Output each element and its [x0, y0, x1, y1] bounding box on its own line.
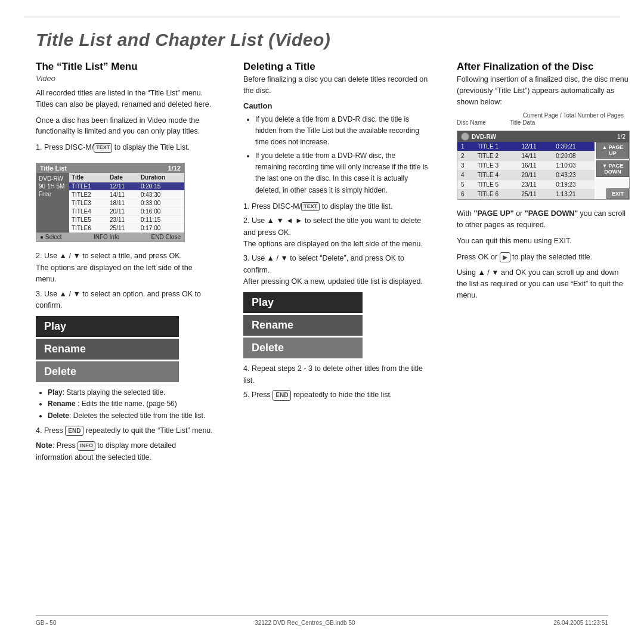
- left-step3: 3. Use ▲ / ▼ to select an option, and pr…: [36, 289, 215, 312]
- play-button-left[interactable]: Play: [36, 316, 179, 337]
- delete-button-middle[interactable]: Delete: [243, 338, 363, 358]
- title-list-header: Title List 1/12: [36, 163, 184, 173]
- top-border-line: [24, 17, 620, 17]
- right-para1: Following insertion of a finalized disc,…: [457, 74, 630, 107]
- diagram-annotations: Current Page / Total Number of Pages Dis…: [457, 112, 630, 126]
- table-row: TITLE318/110:33:00: [69, 199, 184, 208]
- table-row: TITLE625/110:17:00: [69, 224, 184, 233]
- middle-para1: Before finalizing a disc you can delete …: [243, 74, 428, 97]
- page-down-button[interactable]: ▼ PAGE DOWN: [596, 160, 629, 177]
- middle-step3: 3. Use ▲ / ▼ to select “Delete”, and pre…: [243, 253, 428, 287]
- right-para5: Using ▲ / ▼ and OK you can scroll up and…: [457, 267, 630, 301]
- annotation-title: Title Data: [510, 119, 535, 126]
- title-list-table: Title Date Duration TITLE112/110:20:15TI…: [69, 173, 184, 233]
- table-row: 4TITLE 420/110:43:23: [457, 171, 595, 180]
- bullet-rename: Rename : Edits the title name. (page 56): [48, 398, 215, 410]
- bullet-delete: Delete: Deletes the selected title from …: [48, 410, 215, 422]
- table-row: 3TITLE 316/111:10:03: [457, 161, 595, 171]
- right-para3: You can quit this menu using EXIT.: [457, 236, 630, 247]
- bottom-left-text: 32122 DVD Rec_Centros_GB.indb 50: [255, 620, 355, 626]
- play-button-middle[interactable]: Play: [243, 292, 363, 313]
- middle-step4: 4. Repeat steps 2 - 3 to delete other ti…: [243, 363, 428, 386]
- table-row: 5TITLE 523/110:19:23: [457, 180, 595, 190]
- right-para2: With "PAGE UP" or "PAGE DOWN" you can sc…: [457, 208, 630, 231]
- left-note: Note: Press INFO to display more detaile…: [36, 440, 215, 463]
- table-row: TITLE112/110:20:15: [69, 182, 184, 191]
- finalization-diagram: DVD-RW 1/2 1TITLE 112/110:30:212TITLE 21…: [457, 131, 630, 200]
- title-list-body: DVD-RW 90 1H 5M Free Title Date Dur: [36, 173, 184, 233]
- title-list-col-headers: Title Date Duration: [69, 173, 184, 182]
- middle-bullet-list: If you delete a title from a DVD-R disc,…: [249, 114, 428, 196]
- left-step4: 4. Press END repeatedly to quit the “Tit…: [36, 425, 215, 436]
- left-column: The “Title List” Menu Video All recorded…: [36, 61, 215, 615]
- fin-table-inner: 1TITLE 112/110:30:212TITLE 214/110:20:08…: [457, 142, 595, 199]
- end-badge-middle: END: [273, 390, 291, 401]
- text-badge-middle: TEXT: [301, 202, 320, 212]
- middle-step2: 2. Use ▲ ▼ ◄ ► to select the title you w…: [243, 215, 428, 250]
- end-badge-left: END: [65, 426, 83, 436]
- table-row: TITLE420/110:16:00: [69, 208, 184, 216]
- title-list-side: DVD-RW 90 1H 5M Free: [36, 173, 69, 233]
- delete-button-left[interactable]: Delete: [36, 361, 179, 382]
- caution-label: Caution: [243, 101, 428, 110]
- table-row: 6TITLE 625/111:13:21: [457, 190, 595, 199]
- page-up-button[interactable]: ▲ PAGE UP: [596, 142, 629, 159]
- table-row: 2TITLE 214/110:20:08: [457, 151, 595, 161]
- title-list-table-wrap: Title Date Duration TITLE112/110:20:15TI…: [69, 173, 184, 233]
- text-badge-1: TEXT: [94, 143, 112, 153]
- fin-disc-row: DVD-RW 1/2: [457, 131, 629, 142]
- play-icon-badge: ▶: [500, 252, 510, 262]
- left-section-heading: The “Title List” Menu: [36, 61, 215, 73]
- left-para1: All recorded titles are listed in the “T…: [36, 88, 215, 110]
- middle-column: Deleting a Title Before finalizing a dis…: [243, 61, 428, 615]
- table-row: 1TITLE 112/110:30:21: [457, 142, 595, 151]
- info-badge-left: INFO: [78, 441, 95, 451]
- fin-table: 1TITLE 112/110:30:212TITLE 214/110:20:08…: [457, 142, 595, 199]
- title-list-diagram-wrapper: Title List 1/12 DVD-RW 90 1H 5M Free: [36, 158, 215, 247]
- annotation-row: Disc Name Title Data: [457, 119, 630, 126]
- fin-table-row: 1TITLE 112/110:30:212TITLE 214/110:20:08…: [457, 142, 629, 199]
- title-list-diagram: Title List 1/12 DVD-RW 90 1H 5M Free: [36, 163, 185, 242]
- left-section-subtitle: Video: [36, 74, 215, 83]
- annotation-disc: Disc Name: [457, 119, 486, 126]
- fin-side-buttons: ▲ PAGE UP ▼ PAGE DOWN EXIT: [596, 142, 629, 199]
- table-row: TITLE214/110:43:30: [69, 191, 184, 199]
- title-list-footer: ● Select INFO Info END Close: [36, 233, 184, 242]
- rename-button-middle[interactable]: Rename: [243, 315, 363, 336]
- right-column: After Finalization of the Disc Following…: [457, 61, 630, 615]
- middle-step5: 5. Press END repeatedly to hide the titl…: [243, 389, 428, 401]
- page-title: Title List and Chapter List (Video): [36, 30, 608, 50]
- bottom-bar: GB - 50 32122 DVD Rec_Centros_GB.indb 50…: [36, 615, 608, 626]
- annotation-page: Current Page / Total Number of Pages: [457, 112, 630, 119]
- page-number: GB - 50: [36, 620, 56, 626]
- left-step1: 1. Press DISC-M/TEXT to display the Titl…: [36, 142, 215, 153]
- middle-menu-buttons: Play Rename Delete: [243, 292, 374, 358]
- bottom-right-text: 26.04.2005 11:23:51: [553, 620, 608, 626]
- middle-step1: 1. Press DISC-M/TEXT to display the titl…: [243, 201, 428, 212]
- exit-button[interactable]: EXIT: [606, 188, 629, 199]
- bullet-play: Play: Starts playing the selected title.: [48, 387, 215, 398]
- left-menu-buttons: Play Rename Delete: [36, 316, 179, 382]
- middle-section-heading: Deleting a Title: [243, 61, 428, 73]
- right-para4: Press OK or ▶ to play the selected title…: [457, 252, 630, 263]
- table-row: TITLE523/110:11:15: [69, 216, 184, 224]
- middle-bullet-2: If you delete a title from a DVD-RW disc…: [255, 150, 428, 196]
- left-step2: 2. Use ▲ / ▼ to select a title, and pres…: [36, 250, 215, 285]
- finalization-diagram-wrapper: DVD-RW 1/2 1TITLE 112/110:30:212TITLE 21…: [457, 127, 630, 203]
- left-para2: Once a disc has been finalized in Video …: [36, 115, 215, 138]
- right-section-heading: After Finalization of the Disc: [457, 61, 630, 73]
- rename-button-left[interactable]: Rename: [36, 339, 179, 360]
- disc-icon: [461, 132, 469, 141]
- left-bullet-list: Play: Starts playing the selected title.…: [42, 387, 215, 422]
- middle-bullet-1: If you delete a title from a DVD-R disc,…: [255, 114, 428, 148]
